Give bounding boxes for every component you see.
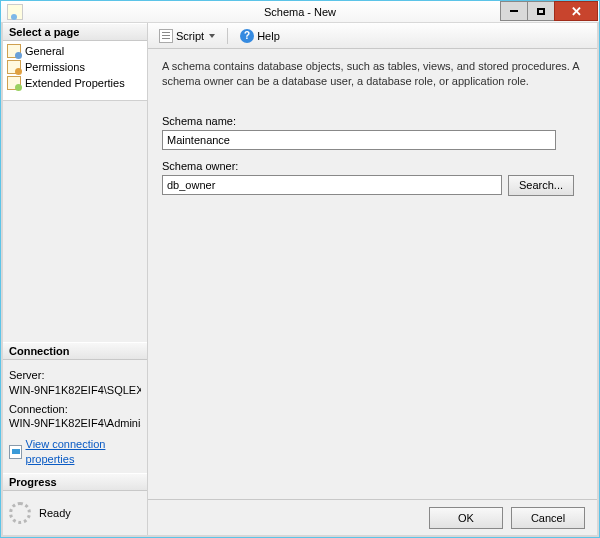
server-value: WIN-9NF1K82EIF4\SQLEXPRES	[9, 383, 141, 398]
ok-button[interactable]: OK	[429, 507, 503, 529]
view-connection-link[interactable]: View connection properties	[26, 437, 141, 467]
button-bar: OK Cancel	[148, 499, 597, 535]
page-icon	[7, 76, 21, 90]
toolbar: Script ? Help	[148, 23, 597, 49]
help-label: Help	[257, 30, 280, 42]
connection-body: Server: WIN-9NF1K82EIF4\SQLEXPRES Connec…	[3, 360, 147, 473]
cancel-button[interactable]: Cancel	[511, 507, 585, 529]
schema-owner-input[interactable]	[162, 175, 502, 195]
minimize-button[interactable]	[500, 1, 528, 21]
search-button[interactable]: Search...	[508, 175, 574, 196]
select-page-header: Select a page	[3, 23, 147, 41]
dialog-window: Schema - New ✕ Select a page General Per…	[0, 0, 600, 538]
script-button[interactable]: Script	[154, 26, 220, 46]
help-button[interactable]: ? Help	[235, 26, 285, 46]
page-label: General	[25, 45, 64, 57]
maximize-button[interactable]	[527, 1, 555, 21]
left-spacer	[3, 101, 147, 342]
schema-owner-row: Search...	[162, 175, 583, 196]
progress-state: Ready	[39, 507, 71, 519]
close-button[interactable]: ✕	[554, 1, 598, 21]
page-item-permissions[interactable]: Permissions	[3, 59, 147, 75]
progress-header: Progress	[3, 473, 147, 491]
page-icon	[7, 44, 21, 58]
left-panel: Select a page General Permissions Extend…	[3, 23, 148, 535]
chevron-down-icon	[209, 34, 215, 38]
script-icon	[159, 29, 173, 43]
right-panel: Script ? Help A schema contains database…	[148, 23, 597, 535]
help-icon: ?	[240, 29, 254, 43]
description-text: A schema contains database objects, such…	[162, 59, 583, 89]
page-icon	[7, 60, 21, 74]
connection-value: WIN-9NF1K82EIF4\Administrator	[9, 416, 141, 431]
connection-properties-icon	[9, 445, 22, 459]
connection-label: Connection:	[9, 402, 141, 417]
page-item-extended-properties[interactable]: Extended Properties	[3, 75, 147, 91]
progress-body: Ready	[3, 491, 147, 535]
app-icon	[7, 4, 23, 20]
progress-spinner-icon	[9, 502, 31, 524]
main-content: A schema contains database objects, such…	[148, 49, 597, 499]
server-label: Server:	[9, 368, 141, 383]
page-label: Extended Properties	[25, 77, 125, 89]
window-controls: ✕	[501, 1, 598, 21]
script-label: Script	[176, 30, 204, 42]
page-label: Permissions	[25, 61, 85, 73]
page-list: General Permissions Extended Properties	[3, 41, 147, 101]
schema-owner-label: Schema owner:	[162, 160, 583, 172]
view-connection-row: View connection properties	[9, 437, 141, 467]
page-item-general[interactable]: General	[3, 43, 147, 59]
connection-header: Connection	[3, 342, 147, 360]
toolbar-separator	[227, 28, 228, 44]
titlebar[interactable]: Schema - New ✕	[1, 1, 599, 23]
schema-name-label: Schema name:	[162, 115, 583, 127]
schema-name-input[interactable]	[162, 130, 556, 150]
dialog-body: Select a page General Permissions Extend…	[1, 23, 599, 537]
